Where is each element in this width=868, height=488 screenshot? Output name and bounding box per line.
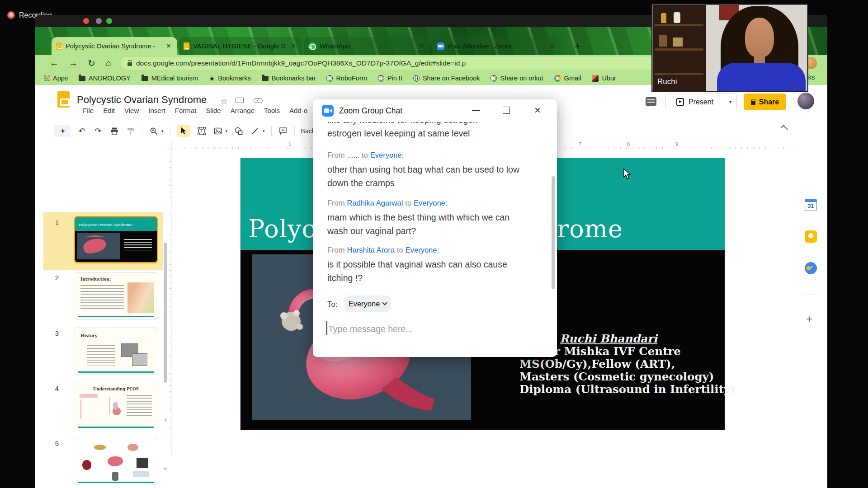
chat-close-icon[interactable]: × [534,104,541,117]
tab-whatsapp[interactable]: WhatsApp × [304,37,430,55]
bookmark-ubur[interactable]: Ubur [592,75,616,82]
slide-thumbnail-2[interactable]: Introduction: [74,272,158,319]
chat-maximize-icon[interactable] [503,107,510,114]
ruler-corner [163,141,172,149]
back-icon[interactable]: ← [50,58,59,68]
slide-credit-line: Masters (Cosmetic gynecology) [519,370,714,383]
sender-name[interactable]: Harshita Arora [347,246,395,254]
image-caret[interactable]: ▾ [226,129,228,133]
menu-slide[interactable]: Slide [206,107,221,114]
window-close-button[interactable] [83,18,89,24]
thumb-diagram-box [80,394,98,398]
menu-arrange[interactable]: Arrange [231,107,255,114]
recipient-name[interactable]: Everyone: [370,151,404,159]
cursor-icon [180,127,187,135]
slide-credit-line: Diploma (Ultrasound in Infertility) [519,383,736,396]
bookmark-medical-tourism[interactable]: MEdical tourism [142,75,198,82]
chat-message: is it possible that vaginal wash can als… [327,258,532,285]
tab-vaginal-hygiene[interactable]: VAGINAL HYGIENE - Google S × [179,37,302,55]
tasks-icon[interactable]: ✓ [805,262,817,274]
comments-icon[interactable] [646,97,656,106]
menu-tools[interactable]: Tools [264,107,280,114]
chat-message-input[interactable] [328,322,536,336]
bookmark-share-orkut[interactable]: Share on orkut [491,75,543,82]
line-tool-icon[interactable] [250,126,260,136]
chat-scrollbar[interactable] [552,176,555,289]
forward-icon[interactable]: → [69,58,78,68]
slides-favicon [184,42,189,50]
bookmark-pin-it[interactable]: Pin It [378,75,402,82]
menu-file[interactable]: File [83,107,94,114]
bookmark-roboform[interactable]: RoboForm [326,75,367,82]
globe-icon [413,75,420,81]
shape-icon[interactable] [234,126,244,136]
menu-insert[interactable]: Insert [148,107,165,114]
slide-thumbnail-5[interactable] [74,438,158,485]
lock-icon [751,101,755,105]
tab-close-icon[interactable]: × [165,42,173,51]
star-document-icon[interactable]: ☆ [221,97,227,106]
home-icon[interactable]: ⌂ [106,58,111,68]
line-caret[interactable]: ▾ [263,129,265,133]
menu-edit[interactable]: Edit [103,107,115,114]
keep-icon[interactable] [805,230,817,243]
sender-name[interactable]: ...... [347,151,360,159]
select-tool-active[interactable] [177,125,190,137]
document-title[interactable]: Polycystic Ovarian Syndrome [77,94,207,106]
insert-comment-icon[interactable] [278,126,288,136]
slide-thumbnail-3[interactable]: History [74,328,158,375]
menu-view[interactable]: View [124,107,139,114]
undo-icon[interactable]: ↶ [77,126,87,136]
recipient-name[interactable]: Everyone: [406,246,439,254]
zoom-tool-icon[interactable] [149,126,159,136]
redo-icon[interactable]: ↷ [93,126,103,136]
tab-close-icon[interactable]: × [548,42,556,51]
print-icon[interactable] [109,126,119,136]
bookmark-share-facebook[interactable]: Share on Facebook [413,75,480,82]
paint-format-icon[interactable] [126,126,136,136]
tab-post-attendee-zoom[interactable]: Post Attendee - Zoom × [432,37,561,55]
thumb-text-lines [127,395,152,418]
bookmark-bookmarks-bar[interactable]: Bookmarks bar [262,75,316,82]
tab-close-icon[interactable]: × [289,42,297,51]
chat-titlebar[interactable]: Zoom Group Chat × [313,99,557,122]
bookmark-bookmarks[interactable]: ★Bookmarks [209,75,251,82]
tab-polycystic-ovarian-syndrome[interactable]: Polycystic Ovarian Syndrome - × [52,37,177,55]
webcam-video-tile[interactable]: Ruchi [652,5,807,91]
chat-recipient-dropdown[interactable]: Everyone [344,296,391,312]
globe-icon [378,75,384,81]
account-avatar[interactable] [797,93,814,109]
reload-icon[interactable]: ↻ [88,58,95,69]
menu-addons[interactable]: Add-o [289,107,307,114]
thumb-cycle-item [94,445,106,450]
recipient-name[interactable]: Everyone: [414,199,447,207]
window-minimize-button[interactable] [96,18,102,24]
menu-format[interactable]: Format [175,107,197,114]
window-maximize-button[interactable] [106,18,112,24]
move-to-folder-icon[interactable] [236,98,244,103]
calendar-icon[interactable]: 31 [805,199,817,211]
tab-close-icon[interactable]: × [418,42,426,51]
zoom-caret[interactable]: ▾ [161,129,164,133]
present-button[interactable]: Present [665,94,724,110]
bookmark-andrology[interactable]: ANDROLOGY [79,75,131,82]
chat-minimize-icon[interactable] [472,110,480,111]
person-face [745,18,774,57]
filmstrip-scrollbar[interactable] [164,243,167,383]
slide-thumbnail-1[interactable]: Polycystic Ovarian Syndrome [74,216,158,263]
add-addon-icon[interactable]: + [806,313,812,325]
bookmark-apps[interactable]: Apps [44,75,68,82]
google-slides-logo[interactable] [57,91,70,108]
new-tab-button[interactable]: + [574,40,580,52]
zoom-chat-window[interactable]: like any medicine for keeping estrogen e… [313,99,557,357]
thumb-diagram-line [80,399,81,419]
bookmark-gmail[interactable]: Gmail [554,75,581,82]
insert-image-icon[interactable] [213,126,223,136]
sender-name[interactable]: Radhika Agarwal [347,199,403,207]
share-button[interactable]: Share [744,94,786,110]
textbox-icon[interactable]: T [197,126,207,136]
shelf-ledge [655,24,703,26]
new-slide-button[interactable]: +▾ [54,125,71,137]
slide-thumbnail-4[interactable]: Understanding PCOS [74,383,158,430]
present-options-caret[interactable]: ▾ [724,94,737,110]
